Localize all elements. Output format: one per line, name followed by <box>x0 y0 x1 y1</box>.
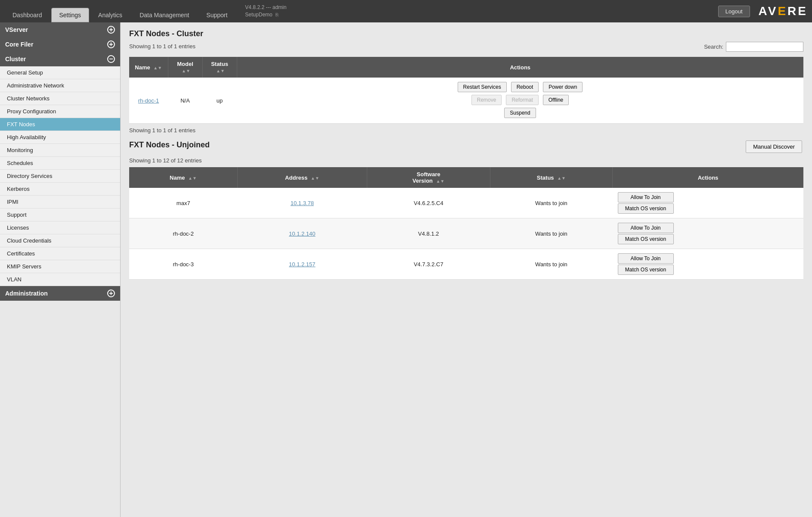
sidebar: VServer + Core Filer + Cluster − General… <box>0 22 121 517</box>
manual-discover-button[interactable]: Manual Discover <box>746 140 802 153</box>
sidebar-item-fxt-nodes[interactable]: FXT Nodes <box>0 118 120 131</box>
tab-dashboard[interactable]: Dashboard <box>4 8 50 22</box>
offline-button[interactable]: Offline <box>543 95 569 105</box>
name-sort-icon[interactable]: ▲▼ <box>153 65 162 70</box>
unode-actions-1: Allow To Join Match OS version <box>613 188 804 218</box>
uaddress-sort-icon[interactable]: ▲▼ <box>311 176 319 181</box>
node-name-link[interactable]: rh-doc-1 <box>138 97 159 104</box>
uname-sort-icon[interactable]: ▲▼ <box>188 176 197 181</box>
unode-status-2: Wants to join <box>490 218 612 249</box>
sidebar-item-vlan[interactable]: VLAN <box>0 273 120 286</box>
match-os-button-2[interactable]: Match OS version <box>618 234 674 244</box>
cluster-showing-top: Showing 1 to 1 of 1 entries <box>129 43 195 50</box>
sidebar-item-licenses[interactable]: Licenses <box>0 221 120 234</box>
tab-settings[interactable]: Settings <box>51 8 90 22</box>
sidebar-item-kerberos[interactable]: Kerberos <box>0 183 120 196</box>
allow-join-button-2[interactable]: Allow To Join <box>618 223 674 233</box>
vserver-expand-icon: + <box>107 26 115 34</box>
sidebar-section-administration[interactable]: Administration + <box>0 286 120 301</box>
sidebar-section-core-filer[interactable]: Core Filer + <box>0 37 120 52</box>
cluster-name: SetupDemo <box>245 12 272 18</box>
unode-address-3: 10.1.2.157 <box>237 249 367 280</box>
cluster-expand-icon: − <box>107 55 115 63</box>
unode-status-3: Wants to join <box>490 249 612 280</box>
node-status-cell: up <box>202 78 237 124</box>
sidebar-item-proxy-configuration[interactable]: Proxy Configuration <box>0 105 120 118</box>
allow-join-button-1[interactable]: Allow To Join <box>618 192 674 202</box>
status-sort-icon[interactable]: ▲▼ <box>216 69 225 73</box>
sidebar-item-kmip-servers[interactable]: KMIP Servers <box>0 260 120 273</box>
sidebar-item-high-availability[interactable]: High Availability <box>0 131 120 144</box>
ucol-status: Status ▲▼ <box>490 167 612 188</box>
allow-join-button-3[interactable]: Allow To Join <box>618 253 674 264</box>
unode-address-link-3[interactable]: 10.1.2.157 <box>289 261 315 268</box>
unode-actions-3: Allow To Join Match OS version <box>613 249 804 280</box>
cluster-showing-bottom: Showing 1 to 1 of 1 entries <box>129 127 803 134</box>
administration-label: Administration <box>5 290 48 297</box>
content-area: FXT Nodes - Cluster Showing 1 to 1 of 1 … <box>121 22 812 517</box>
sidebar-item-schedules[interactable]: Schedules <box>0 157 120 170</box>
cluster-section-title: FXT Nodes - Cluster <box>129 29 803 38</box>
unode-address-link-1[interactable]: 10.1.3.78 <box>291 200 314 206</box>
sidebar-item-cloud-credentials[interactable]: Cloud Credentials <box>0 234 120 247</box>
sidebar-item-ipmi[interactable]: IPMI <box>0 196 120 209</box>
sidebar-item-directory-services[interactable]: Directory Services <box>0 170 120 183</box>
sidebar-item-certificates[interactable]: Certificates <box>0 247 120 260</box>
unode-name-1: max7 <box>129 188 237 218</box>
ucol-actions: Actions <box>613 167 804 188</box>
core-filer-expand-icon: + <box>107 40 115 48</box>
model-sort-icon[interactable]: ▲▼ <box>182 69 190 73</box>
search-bar: Search: <box>704 42 803 52</box>
match-os-button-1[interactable]: Match OS version <box>618 203 674 214</box>
unode-name-3: rh-doc-3 <box>129 249 237 280</box>
col-status: Status ▲▼ <box>202 57 237 78</box>
unode-status-1: Wants to join <box>490 188 612 218</box>
suspend-button[interactable]: Suspend <box>504 108 536 118</box>
sidebar-item-monitoring[interactable]: Monitoring <box>0 144 120 157</box>
node-actions-cell: Restart Services Reboot Power down Remov… <box>237 78 803 124</box>
tab-analytics[interactable]: Analytics <box>90 8 130 22</box>
unjoined-section-title: FXT Nodes - Unjoined <box>129 140 210 149</box>
search-input[interactable] <box>726 42 803 52</box>
unjoined-table-row: max7 10.1.3.78 V4.6.2.5.C4 Wants to join… <box>129 188 803 218</box>
uversion-sort-icon[interactable]: ▲▼ <box>436 179 445 184</box>
main-layout: VServer + Core Filer + Cluster − General… <box>0 22 812 517</box>
tab-support[interactable]: Support <box>198 8 236 22</box>
match-os-button-3[interactable]: Match OS version <box>618 265 674 275</box>
sidebar-section-cluster[interactable]: Cluster − <box>0 52 120 66</box>
unode-version-2: V4.8.1.2 <box>367 218 490 249</box>
node-model-cell: N/A <box>168 78 202 124</box>
unjoined-table: Name ▲▼ Address ▲▼ SoftwareVersion ▲▼ St… <box>129 167 803 280</box>
logout-button[interactable]: Logout <box>718 6 750 17</box>
unjoined-table-row: rh-doc-3 10.1.2.157 V4.7.3.2.C7 Wants to… <box>129 249 803 280</box>
avere-logo: AVERE <box>759 4 808 18</box>
unode-actions-2: Allow To Join Match OS version <box>613 218 804 249</box>
sidebar-item-administrative-network[interactable]: Administrative Network <box>0 79 120 92</box>
col-name: Name ▲▼ <box>129 57 168 78</box>
restart-services-button[interactable]: Restart Services <box>458 82 507 92</box>
search-label: Search: <box>704 44 723 50</box>
unjoined-showing: Showing 1 to 12 of 12 entries <box>129 157 803 164</box>
reboot-button[interactable]: Reboot <box>511 82 539 92</box>
sidebar-item-general-setup[interactable]: General Setup <box>0 66 120 79</box>
power-down-button[interactable]: Power down <box>543 82 583 92</box>
cluster-table: Name ▲▼ Model ▲▼ Status ▲▼ Actions rh-do… <box>129 57 803 124</box>
col-model: Model ▲▼ <box>168 57 202 78</box>
nav-tabs: Dashboard Settings Analytics Data Manage… <box>4 0 236 22</box>
node-name-cell: rh-doc-1 <box>129 78 168 124</box>
remove-button[interactable]: Remove <box>471 95 502 105</box>
ustatus-sort-icon[interactable]: ▲▼ <box>557 176 566 181</box>
sidebar-item-support[interactable]: Support <box>0 209 120 221</box>
administration-expand-icon: + <box>107 290 115 297</box>
cluster-icon: ⎘ <box>276 12 279 17</box>
unode-address-1: 10.1.3.78 <box>237 188 367 218</box>
unode-name-2: rh-doc-2 <box>129 218 237 249</box>
tab-data-management[interactable]: Data Management <box>131 8 197 22</box>
unode-address-link-2[interactable]: 10.1.2.140 <box>289 230 315 237</box>
reformat-button[interactable]: Reformat <box>506 95 538 105</box>
sidebar-item-cluster-networks[interactable]: Cluster Networks <box>0 92 120 105</box>
version-info: V4.8.2.2 --- admin SetupDemo ⎘ <box>245 4 286 19</box>
unjoined-table-row: rh-doc-2 10.1.2.140 V4.8.1.2 Wants to jo… <box>129 218 803 249</box>
ucol-address: Address ▲▼ <box>237 167 367 188</box>
sidebar-section-vserver[interactable]: VServer + <box>0 22 120 37</box>
